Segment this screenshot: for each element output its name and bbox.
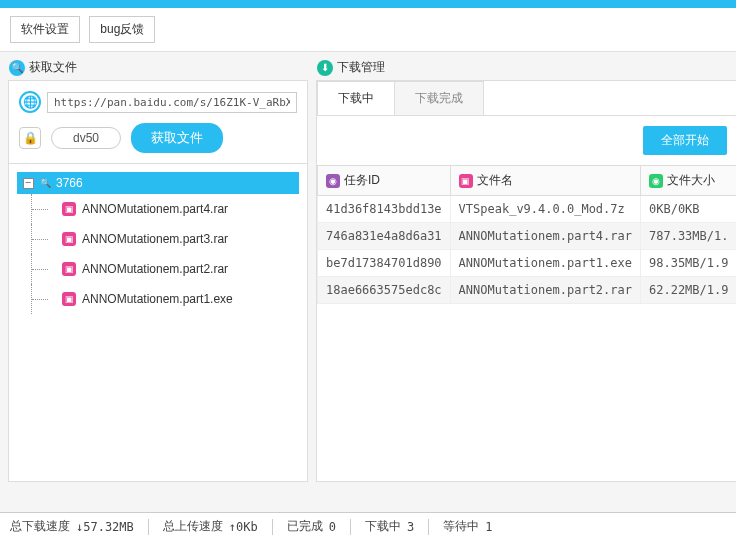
download-panel: ⬇ 下载管理 下载中 下载完成 全部开始 ◉任务ID ▣文件名 ◉文件大小 41… [316, 80, 736, 482]
fetch-panel: 🔍 获取文件 🌐 🔒 获取文件 − 🔍 3766 ▣ANNOMutationem… [8, 80, 308, 482]
dl-speed-label: 总下载速度 [10, 518, 70, 535]
collapse-icon[interactable]: − [23, 178, 34, 189]
table-row[interactable]: 18ae6663575edc8cANNOMutationem.part2.rar… [318, 277, 737, 304]
tree-item[interactable]: ▣ANNOMutationem.part4.rar [31, 194, 299, 224]
ul-speed-label: 总上传速度 [163, 518, 223, 535]
col-filename[interactable]: ▣文件名 [450, 166, 640, 196]
fetch-panel-title: 🔍 获取文件 [9, 59, 77, 76]
tab-downloading[interactable]: 下载中 [317, 81, 395, 115]
col-filesize[interactable]: ◉文件大小 [640, 166, 736, 196]
done-label: 已完成 [287, 518, 323, 535]
downloading-label: 下载中 [365, 518, 401, 535]
tree-root[interactable]: − 🔍 3766 [17, 172, 299, 194]
size-icon: ◉ [649, 174, 663, 188]
window-titlebar [0, 0, 736, 8]
download-panel-title: ⬇ 下载管理 [317, 59, 385, 76]
file-icon: ▣ [62, 292, 76, 306]
id-icon: ◉ [326, 174, 340, 188]
ul-speed-value: ↑0Kb [229, 520, 258, 534]
download-panel-title-text: 下载管理 [337, 59, 385, 76]
tree-item[interactable]: ▣ANNOMutationem.part3.rar [31, 224, 299, 254]
file-icon: ▣ [62, 262, 76, 276]
fetch-panel-title-text: 获取文件 [29, 59, 77, 76]
tree-item[interactable]: ▣ANNOMutationem.part2.rar [31, 254, 299, 284]
table-row[interactable]: 746a831e4a8d6a31ANNOMutationem.part4.rar… [318, 223, 737, 250]
download-icon: ⬇ [317, 60, 333, 76]
fetch-button[interactable]: 获取文件 [131, 123, 223, 153]
col-task-id[interactable]: ◉任务ID [318, 166, 451, 196]
tab-completed[interactable]: 下载完成 [394, 81, 484, 115]
lock-icon: 🔒 [19, 127, 41, 149]
file-icon: ▣ [62, 202, 76, 216]
file-icon: ▣ [62, 232, 76, 246]
tree-root-label: 3766 [56, 176, 83, 190]
toolbar: 软件设置 bug反馈 [0, 8, 736, 52]
code-input[interactable] [51, 127, 121, 149]
bug-button[interactable]: bug反馈 [89, 16, 155, 43]
download-table: ◉任务ID ▣文件名 ◉文件大小 41d36f8143bdd13eVTSpeak… [317, 165, 736, 304]
table-row[interactable]: be7d17384701d890ANNOMutationem.part1.exe… [318, 250, 737, 277]
waiting-label: 等待中 [443, 518, 479, 535]
statusbar: 总下载速度 ↓57.32MB 总上传速度 ↑0Kb 已完成 0 下载中 3 等待… [0, 512, 736, 540]
tabs: 下载中 下载完成 [317, 81, 736, 116]
search-icon: 🔍 [9, 60, 25, 76]
tree-item-label: ANNOMutationem.part3.rar [82, 232, 228, 246]
start-all-button[interactable]: 全部开始 [643, 126, 727, 155]
globe-icon: 🌐 [19, 91, 41, 113]
downloading-value: 3 [407, 520, 414, 534]
file-tree: − 🔍 3766 ▣ANNOMutationem.part4.rar ▣ANNO… [9, 163, 307, 481]
tree-item-label: ANNOMutationem.part2.rar [82, 262, 228, 276]
waiting-value: 1 [485, 520, 492, 534]
settings-button[interactable]: 软件设置 [10, 16, 80, 43]
folder-icon: 🔍 [38, 176, 52, 190]
done-value: 0 [329, 520, 336, 534]
tree-item-label: ANNOMutationem.part1.exe [82, 292, 233, 306]
dl-speed-value: ↓57.32MB [76, 520, 134, 534]
name-icon: ▣ [459, 174, 473, 188]
url-input[interactable] [47, 92, 297, 113]
tree-item[interactable]: ▣ANNOMutationem.part1.exe [31, 284, 299, 314]
tree-item-label: ANNOMutationem.part4.rar [82, 202, 228, 216]
table-row[interactable]: 41d36f8143bdd13eVTSpeak_v9.4.0.0_Mod.7z0… [318, 196, 737, 223]
